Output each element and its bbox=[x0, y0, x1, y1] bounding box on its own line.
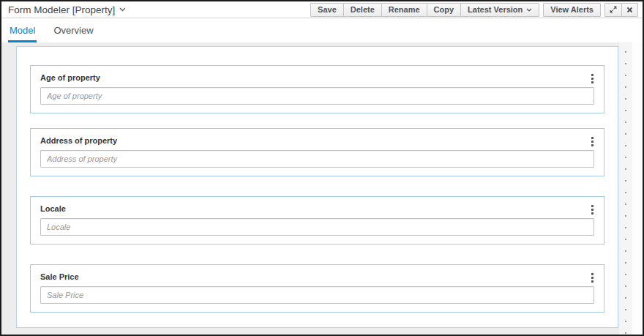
asset-actions-group: Save Delete Rename Copy Latest Version bbox=[310, 3, 539, 17]
form-canvas: Age of property Address of property Loca… bbox=[16, 46, 618, 328]
field-label: Sale Price bbox=[40, 272, 594, 282]
titlebar: Form Modeler [Property] Save Delete Rena… bbox=[1, 1, 643, 18]
form-field-card[interactable]: Age of property bbox=[30, 65, 604, 113]
field-label: Age of property bbox=[40, 72, 594, 83]
page-title: Form Modeler [Property] bbox=[8, 4, 115, 15]
form-modeler-window: Form Modeler [Property] Save Delete Rena… bbox=[0, 0, 644, 336]
expand-icon bbox=[610, 6, 617, 13]
asset-title-dropdown[interactable]: Form Modeler [Property] bbox=[8, 4, 126, 15]
form-field-card[interactable]: Address of property bbox=[30, 128, 604, 176]
window-controls-group bbox=[604, 3, 638, 17]
field-input[interactable] bbox=[40, 87, 594, 105]
editor-content: Age of property Address of property Loca… bbox=[1, 42, 643, 335]
latest-version-label: Latest Version bbox=[468, 5, 523, 14]
copy-button[interactable]: Copy bbox=[427, 3, 462, 17]
toolbar: Save Delete Rename Copy Latest Version V… bbox=[310, 3, 639, 17]
view-alerts-button[interactable]: View Alerts bbox=[543, 3, 601, 17]
tab-overview[interactable]: Overview bbox=[52, 18, 94, 42]
form-field-card[interactable]: Locale bbox=[30, 196, 604, 244]
expand-button[interactable] bbox=[604, 3, 622, 17]
save-button[interactable]: Save bbox=[310, 3, 344, 17]
collapsed-side-panel bbox=[632, 42, 643, 335]
field-input[interactable] bbox=[40, 218, 594, 236]
field-input[interactable] bbox=[40, 150, 594, 168]
chevron-down-icon bbox=[526, 8, 532, 12]
rename-button[interactable]: Rename bbox=[381, 3, 427, 17]
dotted-resize-gutter bbox=[619, 42, 632, 335]
kebab-menu-icon[interactable] bbox=[587, 272, 597, 283]
field-label: Address of property bbox=[40, 135, 594, 146]
editor-tabbar: Model Overview bbox=[1, 18, 643, 42]
kebab-menu-icon[interactable] bbox=[587, 204, 597, 215]
kebab-menu-icon[interactable] bbox=[587, 72, 597, 84]
delete-button[interactable]: Delete bbox=[343, 3, 382, 17]
chevron-down-icon bbox=[119, 7, 126, 12]
kebab-menu-icon[interactable] bbox=[587, 135, 597, 147]
latest-version-dropdown[interactable]: Latest Version bbox=[460, 3, 539, 17]
close-button[interactable] bbox=[621, 3, 638, 17]
field-label: Locale bbox=[40, 204, 594, 214]
tab-model[interactable]: Model bbox=[8, 18, 37, 42]
field-input[interactable] bbox=[40, 286, 594, 304]
form-field-card[interactable]: Sale Price bbox=[30, 264, 604, 313]
close-icon bbox=[626, 7, 633, 13]
